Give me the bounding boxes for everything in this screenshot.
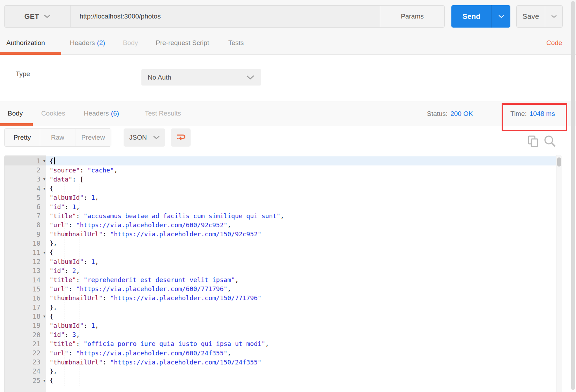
auth-type-label: Type	[16, 70, 30, 78]
window-scrollbar[interactable]	[571, 1, 575, 390]
url-field-wrap	[71, 6, 380, 27]
response-tab-headers-count: (6)	[111, 110, 119, 117]
code-line: 3▾ "data": [	[5, 175, 556, 184]
line-number: 20	[32, 331, 40, 339]
raw-button[interactable]: Raw	[40, 129, 75, 146]
code-line: 7 "title": "accusamus beatae ad facilis …	[5, 211, 556, 220]
response-tab-cookies[interactable]: Cookies	[41, 110, 65, 117]
fold-caret-icon[interactable]: ▾	[43, 250, 45, 254]
response-header: Body Cookies Headers(6) Test Results Sta…	[0, 102, 576, 126]
send-label: Send	[463, 12, 480, 21]
code-line: 8 "url": "https://via.placeholder.com/60…	[5, 220, 556, 229]
code-line: 18▾ {	[5, 312, 556, 321]
time-display: Time:1048 ms	[510, 110, 555, 118]
code-line: 16 "thumbnailUrl": "https://via.placehol…	[5, 294, 556, 303]
code-line: 1▾{	[5, 156, 556, 165]
tab-headers-label: Headers	[70, 39, 95, 46]
response-tab-headers-label: Headers	[84, 110, 109, 117]
response-tab-headers[interactable]: Headers(6)	[84, 110, 119, 117]
code-line: 24 },	[5, 367, 556, 376]
active-response-tab-underline	[0, 123, 33, 126]
response-tab-test-results[interactable]: Test Results	[145, 110, 181, 117]
response-toolbar: Pretty Raw Preview JSON	[0, 126, 576, 155]
code-line: 21 "title": "officia porro iure quia ius…	[5, 339, 556, 348]
line-number: 22	[32, 349, 40, 357]
tab-headers-count: (2)	[97, 39, 105, 46]
chevron-down-icon	[551, 15, 557, 18]
fold-caret-icon[interactable]: ▾	[43, 177, 45, 181]
code-line: 11▾ {	[5, 248, 556, 257]
save-button-group: Save	[516, 5, 563, 28]
line-number: 2	[37, 166, 40, 174]
tab-body[interactable]: Body	[123, 39, 138, 47]
preview-button[interactable]: Preview	[75, 129, 111, 146]
status-value: 200 OK	[450, 110, 473, 117]
line-number: 10	[32, 239, 40, 247]
send-button[interactable]: Send	[451, 5, 492, 28]
line-number: 18	[32, 312, 40, 320]
line-number: 16	[32, 294, 40, 302]
fold-caret-icon[interactable]: ▾	[43, 378, 45, 383]
copy-button[interactable]	[527, 135, 539, 148]
line-number: 21	[32, 340, 40, 348]
code-line: 22 "url": "https://via.placeholder.com/6…	[5, 348, 556, 357]
fold-caret-icon[interactable]: ▾	[43, 186, 45, 191]
send-options-caret[interactable]	[492, 5, 510, 28]
tab-prerequest-script[interactable]: Pre-request Script	[156, 39, 209, 47]
auth-type-value: No Auth	[148, 74, 171, 81]
code-line: 2 "source": "cache",	[5, 165, 556, 175]
chevron-down-icon	[44, 15, 50, 18]
tab-headers[interactable]: Headers(2)	[70, 39, 105, 47]
line-number: 12	[32, 258, 40, 265]
search-icon	[544, 135, 556, 147]
editor-scrollbar-track	[556, 155, 562, 392]
authorization-panel	[0, 55, 576, 101]
search-button[interactable]	[544, 135, 556, 147]
postman-window: GET Params Send S	[0, 0, 576, 392]
code-line: 23 "thumbnailUrl": "https://via.placehol…	[5, 357, 556, 367]
save-button[interactable]: Save	[517, 6, 545, 27]
params-label: Params	[401, 13, 423, 20]
line-number: 6	[37, 203, 40, 210]
status-display: Status:200 OK	[427, 110, 473, 118]
code-line: 12 "albumId": 1,	[5, 257, 556, 266]
code-line: 15 "url": "https://via.placeholder.com/6…	[5, 284, 556, 294]
pretty-button[interactable]: Pretty	[5, 129, 40, 146]
chevron-down-icon	[246, 75, 254, 80]
response-tab-body[interactable]: Body	[8, 110, 23, 117]
line-number: 25	[32, 377, 40, 384]
url-input[interactable]	[71, 12, 380, 21]
save-label: Save	[523, 12, 539, 21]
send-button-group: Send	[451, 5, 510, 28]
chevron-down-icon	[499, 15, 504, 18]
chevron-down-icon	[153, 136, 160, 139]
editor-scrollbar-thumb[interactable]	[557, 157, 561, 167]
params-button[interactable]: Params	[380, 6, 444, 27]
format-value: JSON	[129, 134, 147, 141]
fold-caret-icon[interactable]: ▾	[43, 314, 45, 318]
time-label: Time:	[510, 110, 527, 117]
method-dropdown[interactable]: GET	[5, 6, 71, 27]
view-mode-group: Pretty Raw Preview	[4, 128, 111, 147]
code-link[interactable]: Code	[546, 39, 562, 47]
line-number: 13	[32, 267, 40, 274]
fold-caret-icon[interactable]: ▾	[43, 159, 45, 163]
line-number: 4	[37, 185, 40, 192]
code-line: 6 "id": 1,	[5, 202, 556, 211]
line-number: 24	[32, 367, 40, 375]
save-options-caret[interactable]	[545, 6, 562, 27]
line-number: 19	[32, 321, 40, 329]
line-number: 11	[32, 249, 40, 256]
tab-tests[interactable]: Tests	[228, 39, 244, 47]
active-tab-underline	[0, 52, 61, 55]
wrap-text-button[interactable]	[171, 128, 191, 147]
code-line: 20 "id": 3,	[5, 330, 556, 339]
line-number: 17	[32, 303, 40, 311]
code-line: 9 "thumbnailUrl": "https://via.placehold…	[5, 230, 556, 239]
tab-authorization[interactable]: Authorization	[6, 39, 45, 47]
line-number: 15	[32, 285, 40, 293]
response-editor: 1▾{2 "source": "cache",3▾ "data": [4▾ {5…	[4, 155, 562, 392]
format-dropdown[interactable]: JSON	[124, 128, 165, 147]
auth-type-select[interactable]: No Auth	[141, 69, 261, 86]
line-number: 7	[37, 212, 40, 220]
